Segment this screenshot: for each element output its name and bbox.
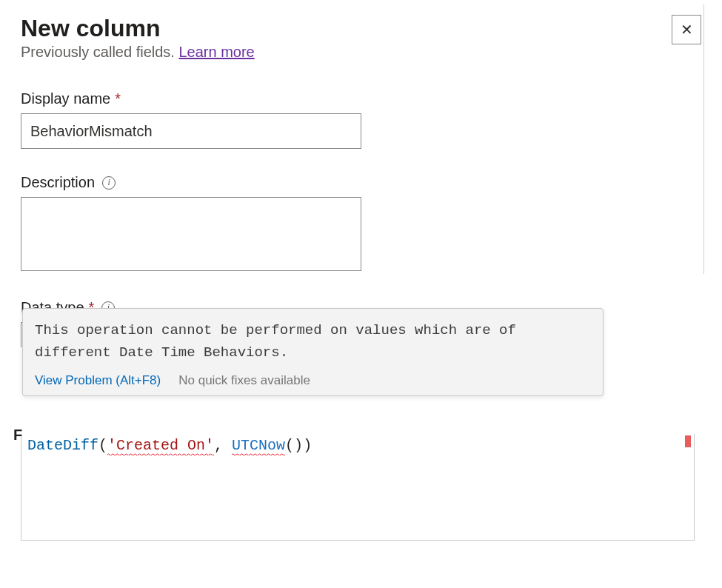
description-label-text: Description [21, 174, 95, 191]
display-name-label: Display name * [21, 90, 701, 107]
paren-close2: ) [294, 437, 303, 454]
learn-more-link[interactable]: Learn more [178, 44, 254, 60]
page-subtitle: Previously called fields. Learn more [21, 44, 255, 61]
formula-func-datediff: DateDiff [27, 437, 98, 454]
display-name-label-text: Display name [21, 90, 110, 107]
view-problem-link[interactable]: View Problem (Alt+F8) [35, 373, 161, 388]
required-asterisk: * [115, 90, 121, 107]
close-button[interactable]: ✕ [672, 15, 701, 44]
tooltip-message: This operation cannot be performed on va… [35, 319, 591, 364]
description-label: Description i [21, 174, 701, 191]
data-type-group: Data type * i This operation cannot be p… [21, 299, 701, 347]
formula-func-utcnow: UTCNow [232, 437, 285, 454]
paren-open2: ( [285, 437, 294, 454]
page-title: New column [21, 15, 255, 42]
description-input[interactable] [21, 197, 361, 271]
display-name-input[interactable] [21, 113, 361, 149]
description-group: Description i [21, 174, 701, 274]
subtitle-text: Previously called fields. [21, 44, 178, 60]
paren-close: ) [303, 437, 312, 454]
scroll-error-marker [685, 435, 691, 447]
error-tooltip: This operation cannot be performed on va… [22, 308, 604, 396]
tooltip-footer: View Problem (Alt+F8) No quick fixes ava… [35, 373, 591, 388]
close-icon: ✕ [681, 21, 693, 39]
paren-open: ( [98, 437, 107, 454]
no-fixes-text: No quick fixes available [178, 373, 310, 388]
header-row: New column Previously called fields. Lea… [21, 15, 701, 90]
info-icon[interactable]: i [102, 176, 116, 190]
display-name-group: Display name * [21, 90, 701, 149]
panel-divider [703, 4, 704, 274]
formula-line: DateDiff('Created On', UTCNow()) [27, 437, 688, 454]
obscured-label-fragment: F [13, 427, 22, 444]
formula-comma: , [214, 437, 232, 454]
formula-editor[interactable]: DateDiff('Created On', UTCNow()) [21, 434, 695, 541]
formula-arg-createdon: 'Created On' [107, 437, 214, 454]
